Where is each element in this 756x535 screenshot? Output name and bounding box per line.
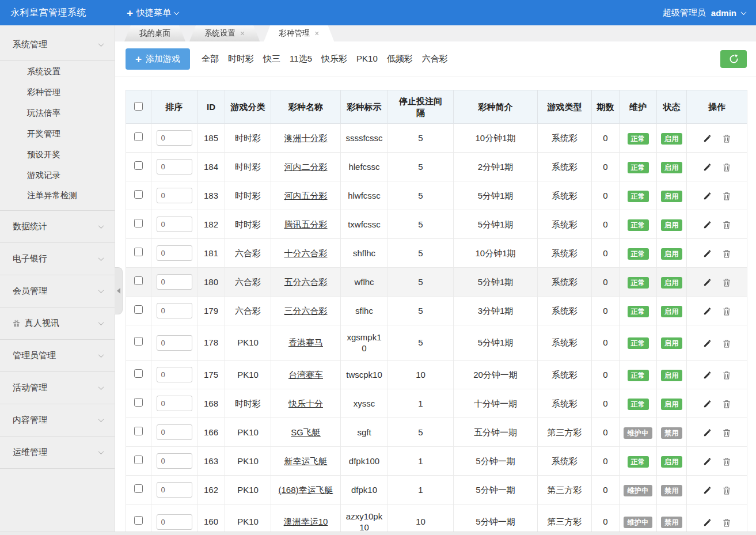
lottery-name-link[interactable]: 十分六合彩: [284, 248, 328, 258]
maintain-badge[interactable]: 正常: [628, 306, 649, 317]
edit-icon[interactable]: [703, 307, 712, 316]
maintain-badge[interactable]: 正常: [628, 219, 649, 231]
close-icon[interactable]: ×: [240, 29, 245, 37]
maintain-badge[interactable]: 正常: [628, 399, 649, 410]
delete-icon[interactable]: [723, 400, 731, 408]
sidebar-item[interactable]: 彩种管理: [0, 82, 115, 103]
filter-link[interactable]: 全部: [202, 54, 219, 64]
delete-icon[interactable]: [723, 518, 731, 527]
row-checkbox[interactable]: [134, 276, 143, 285]
lottery-name-link[interactable]: 新幸运飞艇: [284, 456, 328, 466]
delete-icon[interactable]: [723, 192, 731, 200]
maintain-badge[interactable]: 正常: [628, 370, 649, 381]
edit-icon[interactable]: [703, 163, 712, 172]
row-checkbox[interactable]: [134, 132, 143, 141]
delete-icon[interactable]: [723, 428, 731, 437]
lottery-name-link[interactable]: 台湾赛车: [288, 370, 323, 380]
maintain-badge[interactable]: 维护中: [624, 517, 652, 528]
row-checkbox[interactable]: [134, 305, 143, 314]
lottery-name-link[interactable]: 河内二分彩: [284, 162, 328, 172]
sort-input[interactable]: [157, 245, 192, 261]
lottery-name-link[interactable]: 澳洲十分彩: [284, 133, 328, 143]
row-checkbox[interactable]: [134, 427, 143, 435]
row-checkbox[interactable]: [134, 337, 143, 346]
close-icon[interactable]: ×: [314, 29, 319, 37]
status-badge[interactable]: 启用: [661, 337, 682, 349]
status-badge[interactable]: 启用: [661, 370, 682, 381]
row-checkbox[interactable]: [134, 248, 143, 256]
delete-icon[interactable]: [723, 339, 731, 348]
delete-icon[interactable]: [723, 371, 731, 380]
row-checkbox[interactable]: [134, 190, 143, 199]
filter-link[interactable]: PK10: [356, 54, 378, 64]
sort-input[interactable]: [157, 335, 192, 351]
lottery-name-link[interactable]: 三分六合彩: [284, 306, 328, 316]
status-badge[interactable]: 启用: [661, 133, 682, 145]
sort-input[interactable]: [157, 303, 192, 318]
horizontal-scrollbar[interactable]: [0, 532, 756, 535]
maintain-badge[interactable]: 正常: [628, 248, 649, 260]
edit-icon[interactable]: [703, 457, 712, 466]
row-checkbox[interactable]: [134, 398, 143, 407]
sort-input[interactable]: [157, 453, 192, 469]
status-badge[interactable]: 禁用: [661, 485, 682, 496]
maintain-badge[interactable]: 正常: [628, 162, 649, 173]
edit-icon[interactable]: [703, 221, 712, 229]
maintain-badge[interactable]: 维护中: [624, 427, 652, 439]
edit-icon[interactable]: [703, 371, 712, 380]
status-badge[interactable]: 启用: [661, 191, 682, 202]
maintain-badge[interactable]: 正常: [628, 191, 649, 202]
status-badge[interactable]: 启用: [661, 456, 682, 468]
filter-link[interactable]: 11选5: [290, 54, 312, 64]
lottery-name-link[interactable]: 腾讯五分彩: [284, 219, 328, 229]
filter-link[interactable]: 时时彩: [228, 54, 254, 64]
sidebar-item[interactable]: 内容管理: [0, 404, 115, 437]
status-badge[interactable]: 禁用: [661, 427, 682, 439]
maintain-badge[interactable]: 正常: [628, 456, 649, 468]
sidebar-item[interactable]: 开奖管理: [0, 123, 115, 144]
delete-icon[interactable]: [723, 221, 731, 229]
edit-icon[interactable]: [703, 518, 712, 527]
lottery-name-link[interactable]: 河内五分彩: [284, 191, 328, 200]
sort-input[interactable]: [157, 367, 192, 382]
sort-input[interactable]: [157, 274, 192, 290]
delete-icon[interactable]: [723, 249, 731, 258]
row-checkbox[interactable]: [134, 456, 143, 464]
lottery-name-link[interactable]: SG飞艇: [291, 427, 321, 437]
sidebar-item[interactable]: 数据统计: [0, 211, 115, 243]
sidebar-item[interactable]: 注单异常检测: [0, 185, 115, 211]
sidebar-item[interactable]: 游戏记录: [0, 165, 115, 185]
delete-icon[interactable]: [723, 163, 731, 172]
maintain-badge[interactable]: 正常: [628, 133, 649, 145]
status-badge[interactable]: 启用: [661, 248, 682, 260]
lottery-name-link[interactable]: 香港赛马: [288, 337, 323, 347]
edit-icon[interactable]: [703, 278, 712, 287]
delete-icon[interactable]: [723, 278, 731, 287]
edit-icon[interactable]: [703, 339, 712, 348]
quick-menu-button[interactable]: + 快捷菜单: [127, 7, 178, 18]
tab[interactable]: 我的桌面: [124, 25, 185, 41]
sort-input[interactable]: [157, 396, 192, 411]
row-checkbox[interactable]: [134, 369, 143, 378]
sort-input[interactable]: [157, 514, 192, 530]
filter-link[interactable]: 低频彩: [387, 54, 413, 64]
delete-icon[interactable]: [723, 457, 731, 466]
edit-icon[interactable]: [703, 249, 712, 258]
status-badge[interactable]: 启用: [661, 162, 682, 173]
sidebar-item[interactable]: 系统设置: [0, 61, 115, 82]
lottery-name-link[interactable]: (168)幸运飞艇: [278, 485, 333, 495]
select-all-checkbox[interactable]: [134, 102, 143, 111]
sidebar-collapse-handle[interactable]: [115, 267, 123, 314]
sidebar-item[interactable]: 电子银行: [0, 243, 115, 275]
lottery-name-link[interactable]: 五分六合彩: [284, 277, 328, 287]
tab[interactable]: 系统设置 ×: [189, 25, 260, 41]
sidebar-item[interactable]: 运维管理: [0, 437, 115, 469]
filter-link[interactable]: 六合彩: [422, 54, 448, 64]
edit-icon[interactable]: [703, 486, 712, 495]
filter-link[interactable]: 快三: [263, 54, 280, 64]
sort-input[interactable]: [157, 217, 192, 232]
row-checkbox[interactable]: [134, 516, 143, 525]
edit-icon[interactable]: [703, 428, 712, 437]
row-checkbox[interactable]: [134, 219, 143, 227]
maintain-badge[interactable]: 维护中: [624, 485, 652, 496]
